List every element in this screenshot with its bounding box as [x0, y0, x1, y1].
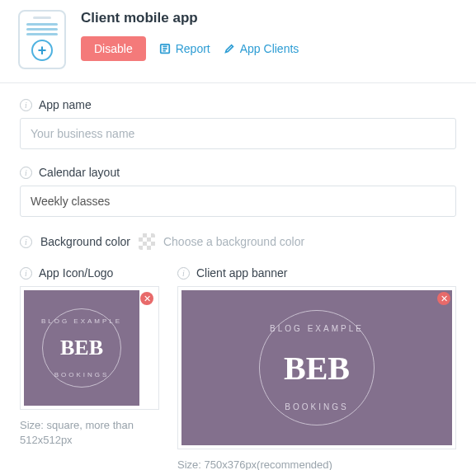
report-link[interactable]: Report [159, 42, 210, 55]
app-name-input[interactable] [20, 118, 456, 149]
calendar-layout-select[interactable] [20, 186, 456, 217]
close-icon: ✕ [441, 294, 448, 304]
app-phone-icon: + [18, 10, 66, 69]
app-clients-label: App Clients [240, 42, 299, 55]
app-icon-preview[interactable]: BLOG EXAMPLE BEB BOOKINGS ✕ [20, 286, 159, 410]
info-icon: i [20, 167, 32, 179]
info-icon: i [20, 236, 32, 248]
banner-preview[interactable]: BLOG EXAMPLE BEB BOOKINGS ✕ [177, 286, 456, 449]
background-color-label: Background color [40, 235, 130, 248]
banner-label: Client app banner [196, 266, 288, 280]
remove-banner-button[interactable]: ✕ [437, 292, 450, 305]
info-icon: i [177, 267, 190, 280]
page-title: Client mobile app [81, 10, 458, 26]
brand-center-text: BEB [60, 336, 103, 360]
remove-icon-button[interactable]: ✕ [140, 292, 153, 305]
brand-bottom-text: BOOKINGS [285, 402, 348, 411]
background-color-prompt[interactable]: Choose a background color [163, 235, 304, 248]
disable-button[interactable]: Disable [81, 36, 146, 61]
calendar-layout-label: Calendar layout [39, 166, 120, 179]
app-name-label: App name [39, 98, 92, 111]
close-icon: ✕ [144, 294, 151, 304]
brand-bottom-text: BOOKINGS [54, 371, 110, 378]
report-icon [159, 43, 171, 54]
info-icon: i [20, 99, 32, 111]
pencil-icon [224, 43, 235, 54]
report-label: Report [176, 42, 210, 55]
color-swatch[interactable] [139, 233, 155, 250]
brand-top-text: BLOG EXAMPLE [41, 317, 122, 325]
banner-caption-size: Size: 750x376px(recommended) [177, 458, 456, 470]
brand-center-text: BEB [284, 349, 350, 388]
app-clients-link[interactable]: App Clients [224, 42, 299, 55]
info-icon: i [20, 267, 32, 280]
app-icon-label: App Icon/Logo [39, 266, 113, 280]
brand-top-text: BLOG EXAMPLE [270, 324, 364, 333]
app-icon-caption: Size: square, more than 512x512px [20, 418, 159, 448]
